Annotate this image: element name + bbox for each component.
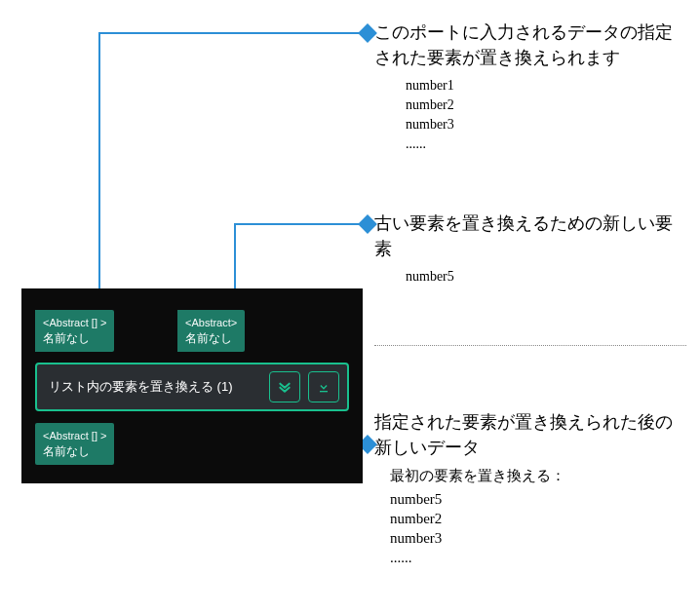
list-item: number3	[390, 528, 686, 548]
list-item: number3	[406, 115, 686, 134]
port-type: <Abstract [] >	[43, 428, 106, 443]
list-item: number5	[406, 267, 686, 287]
annotation-text: 指定された要素が置き換えられた後の新しいデータ	[374, 409, 686, 460]
port-name: 名前なし	[43, 443, 106, 459]
separator-line	[374, 345, 686, 346]
list-item: number5	[390, 489, 686, 509]
port-name: 名前なし	[43, 330, 106, 346]
annotation-sublist: number1 number2 number3 ......	[406, 76, 686, 154]
annotation-new-element: 古い要素を置き換えるための新しい要素 number5	[374, 211, 686, 287]
chevron-double-down-icon	[277, 379, 292, 395]
annotation-text: このポートに入力されるデータの指定された要素が置き換えられます	[374, 19, 686, 70]
output-port[interactable]: <Abstract [] > 名前なし	[35, 423, 114, 465]
port-type: <Abstract>	[185, 315, 237, 330]
svg-rect-0	[320, 391, 328, 392]
node-title: リスト内の要素を置き換える (1)	[49, 378, 269, 396]
connector-line	[235, 223, 363, 225]
port-name: 名前なし	[185, 330, 237, 346]
annotation-output-port: 指定された要素が置き換えられた後の新しいデータ 最初の要素を置き換える： num…	[374, 409, 686, 567]
list-item: number2	[406, 96, 686, 115]
input-port-2[interactable]: <Abstract> 名前なし	[177, 310, 245, 352]
list-header: 最初の要素を置き換える：	[390, 466, 686, 485]
run-button[interactable]	[308, 371, 339, 402]
download-arrow-icon	[316, 379, 331, 395]
connector-line	[99, 32, 363, 34]
list-item: number1	[406, 76, 686, 96]
port-type: <Abstract [] >	[43, 315, 106, 330]
annotation-text: 古い要素を置き換えるための新しい要素	[374, 211, 686, 261]
input-port-1[interactable]: <Abstract [] > 名前なし	[35, 310, 114, 352]
list-item: ......	[390, 548, 686, 567]
list-item: ......	[406, 134, 686, 154]
node-title-bar[interactable]: リスト内の要素を置き換える (1)	[35, 363, 349, 411]
connector-line	[98, 32, 100, 295]
node-panel: <Abstract [] > 名前なし <Abstract> 名前なし リスト内…	[21, 288, 363, 483]
connector-line	[234, 223, 236, 295]
annotation-input-port: このポートに入力されるデータの指定された要素が置き換えられます number1 …	[374, 19, 686, 154]
list-item: number2	[390, 509, 686, 528]
annotation-sublist: number5	[406, 267, 686, 287]
collapse-button[interactable]	[269, 371, 300, 402]
annotation-sublist: 最初の要素を置き換える： number5 number2 number3 ...…	[390, 466, 686, 567]
